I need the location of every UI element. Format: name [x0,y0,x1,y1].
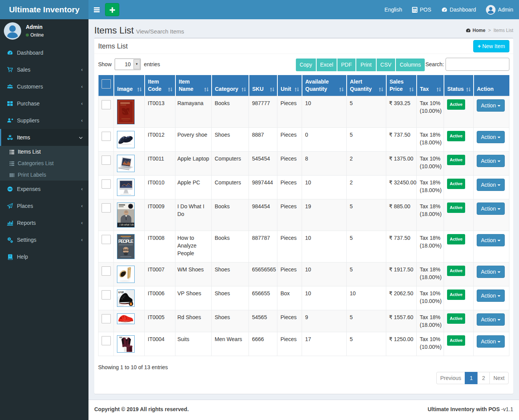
svg-text:I do what I do: I do what I do [120,223,134,226]
svg-text:PEOPLE: PEOPLE [118,239,133,244]
svg-text:VYP: VYP [118,291,124,294]
